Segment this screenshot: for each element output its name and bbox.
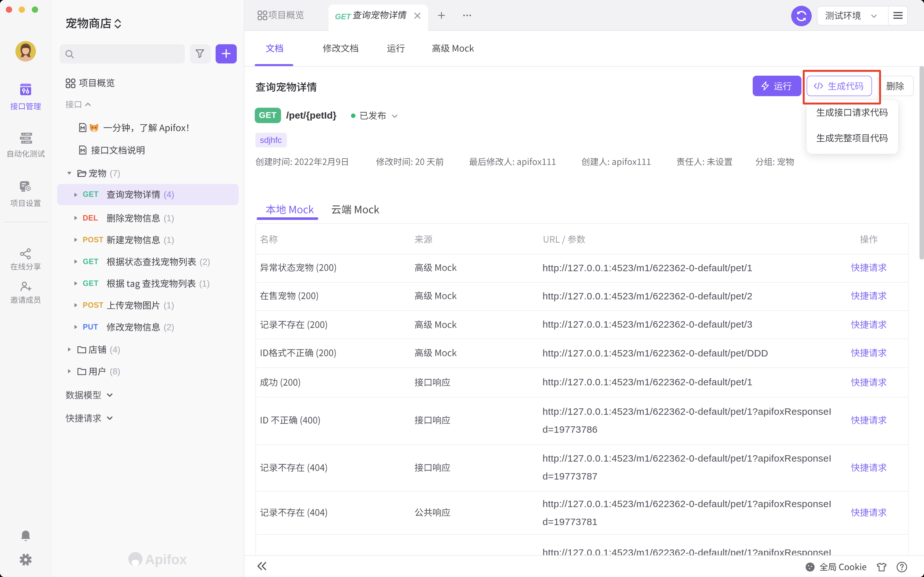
svg-text:Apifox: Apifox	[145, 552, 187, 567]
